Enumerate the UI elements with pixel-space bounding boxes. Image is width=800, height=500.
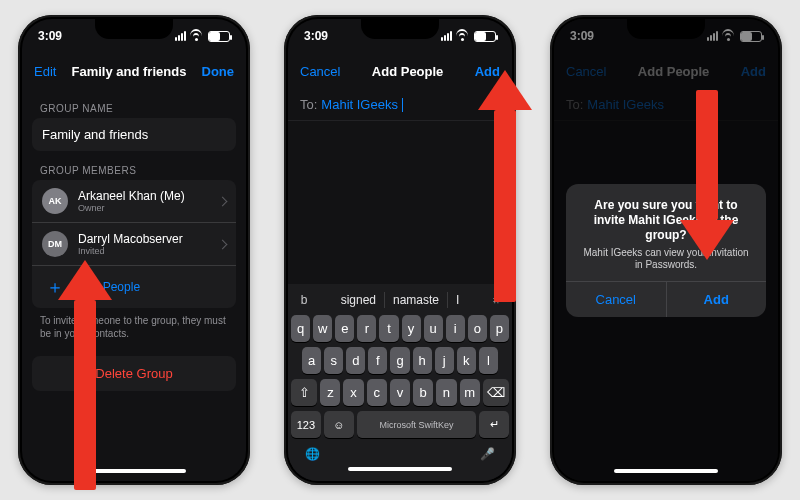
member-name: Darryl Macobserver [78,232,209,246]
alert-message: Mahit IGeeks can view your invitation in… [580,247,752,271]
group-members-label: GROUP MEMBERS [22,151,246,180]
text-caret [402,98,403,112]
bing-icon[interactable]: b [293,293,315,307]
backspace-key[interactable]: ⌫ [483,379,509,406]
keyboard-row-3: ⇧ z x c v b n m ⌫ [291,379,509,406]
status-bar: 3:09 [288,19,512,53]
key-i[interactable]: i [446,315,465,342]
suggestion[interactable]: I [448,291,467,309]
page-title: Add People [372,64,444,79]
navbar: Edit Family and friends Done [22,53,246,89]
avatar: AK [42,188,68,214]
numbers-key[interactable]: 123 [291,411,321,438]
key-p[interactable]: p [490,315,509,342]
key-m[interactable]: m [460,379,480,406]
member-role: Owner [78,203,209,214]
chevron-right-icon [218,196,228,206]
plus-icon: ＋ [42,274,68,300]
alert-add-button[interactable]: Add [666,282,767,317]
suggestion[interactable]: signed [333,291,384,309]
cellular-icon [175,31,186,41]
software-keyboard[interactable]: b signed namaste I ⌗ q w e r t [288,284,512,481]
key-e[interactable]: e [335,315,354,342]
add-people-button[interactable]: ＋ Add People [32,265,236,308]
key-d[interactable]: d [346,347,365,374]
battery-icon [474,31,496,42]
key-g[interactable]: g [390,347,409,374]
key-q[interactable]: q [291,315,310,342]
key-n[interactable]: n [436,379,456,406]
key-f[interactable]: f [368,347,387,374]
shift-key[interactable]: ⇧ [291,379,317,406]
notch [361,19,439,39]
keyboard-row-2: a s d f g h j k l [291,347,509,374]
key-x[interactable]: x [343,379,363,406]
group-name-label: GROUP NAME [22,89,246,118]
key-t[interactable]: t [379,315,398,342]
keyboard-menu-icon[interactable]: ⌗ [485,293,507,307]
avatar: DM [42,231,68,257]
phone-screenshot-1: 3:09 Edit Family and friends Done GROUP … [18,15,250,485]
wifi-icon [456,31,470,41]
alert-title: Are you sure you want to invite Mahit IG… [580,198,752,243]
home-indicator[interactable] [348,467,452,471]
key-k[interactable]: k [457,347,476,374]
phone-screenshot-3: 3:09 Cancel Add People Add To: Mahit IGe… [550,15,782,485]
battery-icon [208,31,230,42]
emoji-key[interactable]: ☺ [324,411,354,438]
key-h[interactable]: h [413,347,432,374]
key-o[interactable]: o [468,315,487,342]
member-name: Arkaneel Khan (Me) [78,189,209,203]
mic-icon[interactable]: 🎤 [480,447,495,461]
key-l[interactable]: l [479,347,498,374]
key-s[interactable]: s [324,347,343,374]
globe-icon[interactable]: 🌐 [305,447,320,461]
confirm-invite-alert: Are you sure you want to invite Mahit IG… [566,184,766,317]
notch [95,19,173,39]
key-y[interactable]: y [402,315,421,342]
navbar: Cancel Add People Add [288,53,512,89]
key-z[interactable]: z [320,379,340,406]
recipient-token[interactable]: Mahit IGeeks [321,97,398,112]
key-r[interactable]: r [357,315,376,342]
modal-backdrop: Are you sure you want to invite Mahit IG… [554,19,778,481]
member-row[interactable]: AK Arkaneel Khan (Me) Owner [32,180,236,222]
done-button[interactable]: Done [202,64,235,79]
key-j[interactable]: j [435,347,454,374]
group-name-card: Family and friends [32,118,236,151]
key-a[interactable]: a [302,347,321,374]
status-bar: 3:09 [22,19,246,53]
key-c[interactable]: c [367,379,387,406]
to-label: To: [300,97,317,112]
alert-cancel-button[interactable]: Cancel [566,282,666,317]
phone-screenshot-2: 3:09 Cancel Add People Add To: Mahit IGe… [284,15,516,485]
keyboard-row-4: 123 ☺ Microsoft SwiftKey ↵ [291,411,509,438]
to-field[interactable]: To: Mahit IGeeks [288,89,512,121]
cancel-button[interactable]: Cancel [300,64,340,79]
status-time: 3:09 [38,29,62,43]
add-people-hint: To invite someone to the group, they mus… [22,308,246,340]
member-row[interactable]: DM Darryl Macobserver Invited [32,222,236,265]
add-people-label: Add People [78,280,140,294]
group-members-card: AK Arkaneel Khan (Me) Owner DM Darryl Ma… [32,180,236,308]
space-key[interactable]: Microsoft SwiftKey [357,411,476,438]
cellular-icon [441,31,452,41]
edit-button[interactable]: Edit [34,64,56,79]
status-time: 3:09 [304,29,328,43]
key-w[interactable]: w [313,315,332,342]
return-key[interactable]: ↵ [479,411,509,438]
add-button[interactable]: Add [475,64,500,79]
key-b[interactable]: b [413,379,433,406]
home-indicator[interactable] [82,469,186,473]
suggestion-bar: b signed namaste I ⌗ [291,288,509,315]
group-name-input[interactable]: Family and friends [32,118,236,151]
page-title: Family and friends [72,64,187,79]
keyboard-system-row: 🌐 🎤 [291,443,509,463]
delete-group-button[interactable]: Delete Group [32,356,236,391]
chevron-right-icon [218,239,228,249]
home-indicator[interactable] [614,469,718,473]
key-u[interactable]: u [424,315,443,342]
key-v[interactable]: v [390,379,410,406]
suggestion[interactable]: namaste [385,291,447,309]
wifi-icon [190,31,204,41]
